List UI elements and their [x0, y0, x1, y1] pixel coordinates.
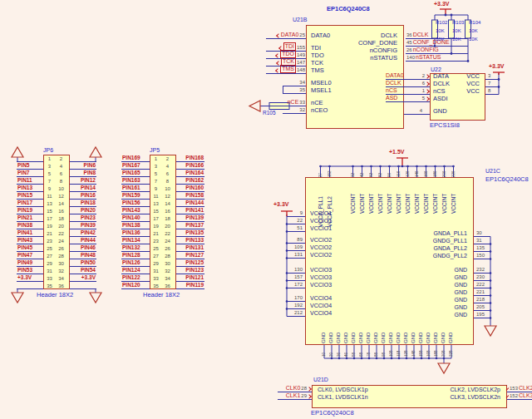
header-net-label[interactable]: PIN125 [176, 259, 204, 267]
u21c-right-pin-row[interactable]: 222 [474, 281, 490, 288]
header-net-label[interactable]: PIN140 [121, 214, 150, 222]
header-net-label[interactable]: PIN11 [17, 177, 43, 185]
header-net-label[interactable] [70, 282, 96, 289]
header-net-label[interactable]: PIN49 [17, 259, 43, 267]
header-net-label[interactable]: PIN43 [17, 237, 43, 244]
header-net-label[interactable]: +3.3V [17, 274, 43, 282]
header-net-label[interactable]: PIN139 [176, 214, 204, 222]
u21d-left-pin-row[interactable]: CLK0 28 [278, 385, 312, 392]
u21c-right-pin-row[interactable]: 221 [474, 288, 490, 296]
u21c-left-pin-row[interactable]: 130 [287, 266, 305, 274]
u21c-right-pin-row[interactable]: 230 [474, 274, 490, 281]
header-net-label[interactable]: PIN120 [121, 282, 150, 289]
header-net-label[interactable]: PIN137 [176, 222, 204, 229]
u21c-left-pin-row[interactable]: 9 [287, 210, 305, 217]
u22-left-pin-row[interactable]: DCLK 6 [386, 80, 430, 87]
u21c-left-pin-row[interactable]: 51 [287, 224, 305, 232]
header-net-label[interactable]: PIN20 [70, 207, 96, 214]
header-net-label[interactable]: PIN141 [176, 207, 204, 214]
header-net-label[interactable]: PIN132 [121, 244, 150, 252]
u21d-right-pin-row[interactable]: 152 CLK3 [507, 392, 532, 400]
u21b-left-pin-row[interactable]: 32 [283, 106, 306, 114]
u21c-left-pin-row[interactable]: 212 [287, 309, 305, 317]
u21c-left-pin-row[interactable]: 131 [287, 251, 305, 259]
u21b-left-pin-row[interactable]: nCE 33 [268, 99, 306, 106]
header-net-label[interactable]: PIN12 [70, 177, 96, 185]
header-net-label[interactable]: PIN44 [70, 237, 96, 244]
u22-left-pin-row[interactable]: nCS 1 [386, 87, 430, 95]
u21c-right-pin-row[interactable]: 30 [474, 229, 490, 237]
u22-right-pin-row[interactable]: 3 [485, 72, 499, 80]
header-net-label[interactable]: PIN156 [121, 200, 150, 207]
resistor-label-stack[interactable]: R103 10K 10K [452, 19, 469, 44]
header-net-label[interactable]: PIN166 [176, 162, 204, 170]
header-net-label[interactable]: PIN21 [17, 214, 43, 222]
header-net-label[interactable]: PIN17 [17, 200, 43, 207]
u21c-right-pin-row[interactable]: 150 [474, 252, 490, 259]
header-net-label[interactable]: PIN136 [121, 229, 150, 237]
u21c-left-pin-row[interactable]: 109 [287, 244, 305, 251]
header-net-label[interactable] [70, 155, 96, 162]
header-net-label[interactable]: PIN16 [70, 192, 96, 200]
u22-gnd-pin-row[interactable]: 4 [406, 107, 430, 115]
header-net-label[interactable]: PIN162 [176, 177, 204, 185]
header-net-label[interactable]: PIN6 [70, 162, 96, 170]
header-net-label[interactable]: PIN167 [121, 162, 150, 170]
u21c-left-pin-row[interactable]: 157 [287, 274, 305, 281]
header-net-label[interactable]: PIN144 [176, 200, 204, 207]
u21c-right-pin-row[interactable]: 205 [474, 303, 490, 311]
header-net-label[interactable]: PIN46 [70, 244, 96, 252]
header-net-label[interactable]: PIN160 [176, 185, 204, 192]
header-net-label[interactable]: PIN39 [70, 222, 96, 229]
header-net-label[interactable]: PIN5 [17, 162, 43, 170]
header-net-label[interactable]: PIN23 [70, 214, 96, 222]
u22-left-pin-row[interactable]: ASD 5 [386, 95, 430, 102]
header-net-label[interactable]: PIN38 [17, 222, 43, 229]
header-net-label[interactable] [17, 155, 43, 162]
u21d-left-pin-row[interactable]: CLK1 29 [278, 392, 312, 400]
resistor-label-stack[interactable]: R104 10K 10K [469, 19, 485, 44]
u21c-right-pin-row[interactable]: 218 [474, 296, 490, 303]
header-net-label[interactable]: PIN121 [176, 274, 204, 282]
u21c-left-pin-row[interactable]: 89 [287, 236, 305, 244]
u21c-right-pin-row[interactable]: 195 [474, 311, 490, 318]
header-net-label[interactable]: PIN143 [121, 207, 150, 214]
header-net-label[interactable]: PIN53 [17, 267, 43, 274]
header-net-label[interactable]: PIN138 [121, 222, 150, 229]
header-net-label[interactable]: PIN164 [176, 170, 204, 177]
header-net-label[interactable]: PIN18 [70, 200, 96, 207]
header-net-label[interactable]: PIN54 [70, 267, 96, 274]
u21b-left-pin-row[interactable]: TMS 148 [266, 67, 306, 74]
header-net-label[interactable]: PIN48 [70, 252, 96, 259]
header-net-label[interactable] [17, 282, 43, 289]
u21b-left-pin-row[interactable]: 34 [283, 79, 306, 86]
header-net-label[interactable]: PIN50 [70, 259, 96, 267]
header-net-label[interactable]: PIN159 [121, 192, 150, 200]
u21c-right-pin-row[interactable]: 232 [474, 266, 490, 274]
header-net-label[interactable]: PIN122 [121, 274, 150, 282]
header-net-label[interactable]: PIN134 [121, 237, 150, 244]
u21b-right-pin-row[interactable]: 26 nCONFIG [406, 47, 468, 54]
u21c-left-pin-row[interactable]: 192 [287, 302, 305, 309]
u21c-right-pin-row[interactable]: 31 [474, 237, 490, 244]
header-net-label[interactable]: PIN47 [17, 252, 43, 259]
header-net-label[interactable]: PIN19 [17, 207, 43, 214]
header-net-label[interactable]: PIN123 [176, 267, 204, 274]
header-net-label[interactable]: PIN14 [70, 185, 96, 192]
header-net-label[interactable]: PIN8 [70, 170, 96, 177]
header-net-label[interactable]: PIN124 [121, 267, 150, 274]
u22-right-pin-row[interactable]: 7 [485, 80, 499, 87]
u21c-right-pin-row[interactable]: 135 [474, 244, 490, 252]
header-net-label[interactable]: PIN128 [121, 252, 150, 259]
u22-right-pin-row[interactable]: 8 [485, 87, 499, 95]
header-net-label[interactable]: PIN135 [176, 229, 204, 237]
header-net-label[interactable]: PIN13 [17, 185, 43, 192]
u21c-left-pin-row[interactable]: 172 [287, 281, 305, 288]
header-net-label[interactable]: PIN41 [17, 229, 43, 237]
u21c-left-pin-row[interactable]: 170 [287, 294, 305, 302]
header-net-label[interactable]: PIN169 [121, 155, 150, 162]
u21d-right-pin-row[interactable]: 153 CLK2 [507, 385, 532, 392]
header-net-label[interactable]: +3.3V [70, 274, 96, 282]
header-net-label[interactable]: PIN126 [121, 259, 150, 267]
header-net-label[interactable]: PIN45 [17, 244, 43, 252]
